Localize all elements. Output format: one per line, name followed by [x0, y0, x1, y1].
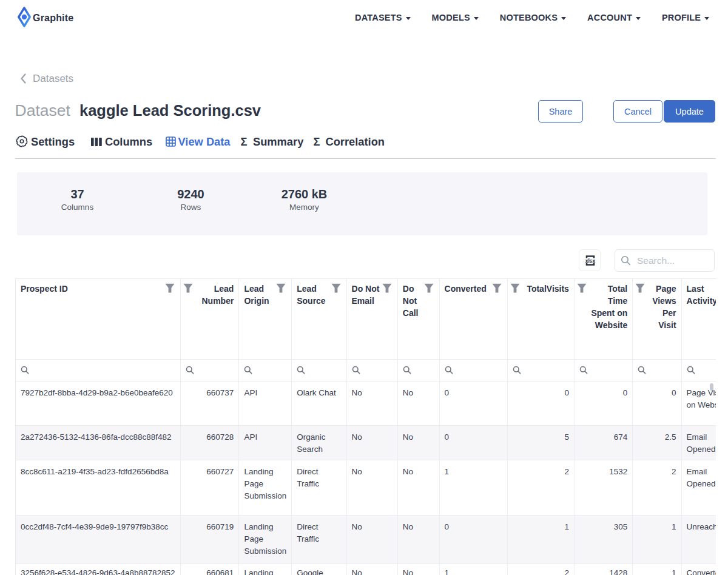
svg-text:xlsx: xlsx — [585, 258, 596, 264]
